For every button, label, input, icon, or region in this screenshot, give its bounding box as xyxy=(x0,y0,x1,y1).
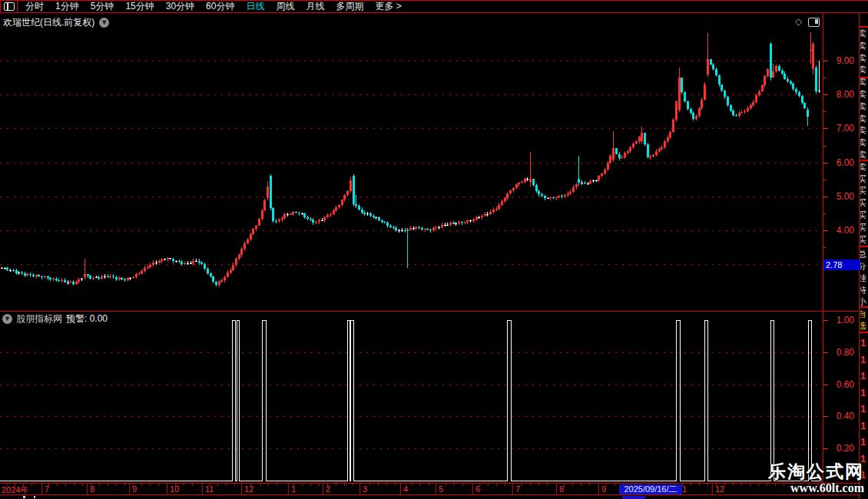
top-toolbar: 分时1分钟5分钟15分钟30分钟60分钟日线周线月线多周期更多 > xyxy=(0,0,868,13)
week-tick xyxy=(733,484,734,486)
candle-body xyxy=(515,184,518,188)
candle-body xyxy=(638,137,641,141)
candle-body xyxy=(632,144,634,147)
candle-body xyxy=(652,155,654,157)
period-tab-8[interactable]: 月线 xyxy=(306,0,324,13)
candle-body xyxy=(224,277,226,280)
candle-body xyxy=(346,191,349,195)
period-tab-9[interactable]: 多周期 xyxy=(336,0,363,13)
diamond-icon[interactable]: ◇ xyxy=(795,16,802,27)
candle-body xyxy=(798,92,800,96)
candle-body xyxy=(667,137,669,142)
candle-body xyxy=(258,219,260,226)
candle-body xyxy=(350,180,352,192)
period-tab-2[interactable]: 5分钟 xyxy=(91,0,114,13)
candle-body xyxy=(461,222,463,223)
candle-body xyxy=(335,207,337,210)
candle-body xyxy=(398,230,400,231)
candle-body xyxy=(538,191,540,194)
period-tab-1[interactable]: 1分钟 xyxy=(55,0,79,13)
month-separator xyxy=(556,484,557,494)
candle-body xyxy=(529,179,532,182)
week-tick xyxy=(446,484,446,486)
edge-glyph: 卖 xyxy=(860,137,868,149)
candle-body xyxy=(115,277,118,279)
candle-body xyxy=(323,217,326,220)
stock-title-row: 欢瑞世纪(日线.前复权) ▼ xyxy=(3,16,109,29)
indicator-chevron-icon[interactable]: ▼ xyxy=(2,314,12,324)
candle-body xyxy=(664,141,666,147)
month-label-7: 7 xyxy=(45,484,49,494)
candle-body xyxy=(641,133,643,141)
candle-body xyxy=(287,214,289,215)
period-tab-10[interactable]: 更多 > xyxy=(375,0,401,13)
candle-body xyxy=(772,71,774,78)
edge-glyph: 买 xyxy=(860,222,868,234)
candle-body xyxy=(149,265,151,267)
candle-body xyxy=(255,226,257,229)
candle-body xyxy=(135,274,137,277)
week-tick xyxy=(741,484,742,486)
week-tick xyxy=(429,484,429,486)
pane-layout-icon[interactable] xyxy=(808,18,820,27)
edge-glyph: 卖 xyxy=(860,28,868,40)
edge-glyph: 1 xyxy=(860,368,868,385)
edge-strip-watchlist: 自选 xyxy=(860,309,868,332)
panel-separator-line xyxy=(0,311,859,312)
candle-body xyxy=(498,205,500,209)
candle-body xyxy=(518,183,520,184)
chart-canvas[interactable] xyxy=(0,0,868,499)
candle-body xyxy=(569,192,571,193)
candle-body xyxy=(592,180,595,181)
page-title: 欢瑞世纪(日线.前复权) xyxy=(3,16,94,29)
candle-body xyxy=(378,217,380,220)
candle-body xyxy=(147,267,149,268)
price-label-6.00: 6.00 xyxy=(825,157,854,168)
candle-body xyxy=(4,268,6,269)
period-tab-0[interactable]: 分时 xyxy=(25,0,44,13)
candle-body xyxy=(175,261,177,262)
candle-body xyxy=(730,105,732,111)
strip-divider xyxy=(860,246,868,247)
period-tab-3[interactable]: 15分钟 xyxy=(125,0,154,13)
candle-body xyxy=(429,230,432,230)
week-tick xyxy=(707,484,708,486)
period-tab-7[interactable]: 周线 xyxy=(276,0,294,13)
candle-body xyxy=(169,258,171,259)
edge-glyph: 分 xyxy=(860,261,868,273)
candle-body xyxy=(744,111,746,112)
candle-body xyxy=(172,259,174,261)
indicator-header[interactable]: ▼ 股朋指标网 预警: 0.00 xyxy=(2,312,108,326)
chevron-down-icon[interactable]: ▼ xyxy=(99,18,109,28)
candle-body xyxy=(343,195,346,200)
candle-body xyxy=(290,214,292,215)
week-tick xyxy=(319,484,320,486)
candle-body xyxy=(595,180,598,181)
candle-body xyxy=(318,220,320,222)
period-tab-6[interactable]: 日线 xyxy=(246,0,264,13)
month-label-7: 7 xyxy=(515,484,520,494)
candle-body xyxy=(426,229,429,230)
candle-body xyxy=(504,198,506,201)
candle-body xyxy=(118,278,121,279)
period-tab-4[interactable]: 30分钟 xyxy=(166,0,194,13)
edge-glyph: 1 xyxy=(860,434,868,451)
candle-body xyxy=(278,220,280,221)
candle-body xyxy=(87,274,89,276)
current-date-badge: 2025/09/16/二 xyxy=(619,484,682,494)
candle-body xyxy=(89,276,91,278)
candle-body xyxy=(818,91,820,91)
candle-body xyxy=(549,197,552,198)
app-window: 分时1分钟5分钟15分钟30分钟60分钟日线周线月线多周期更多 > 复权叠加多股… xyxy=(0,0,868,499)
week-tick xyxy=(547,484,548,486)
bottom-fragment xyxy=(34,496,35,498)
split-view-button[interactable] xyxy=(0,1,18,12)
date-axis[interactable]: 2024年789101112123456789112 xyxy=(0,484,859,494)
candle-body xyxy=(581,183,583,183)
candle-body xyxy=(61,280,63,281)
period-tab-5[interactable]: 60分钟 xyxy=(206,0,234,13)
candle-body xyxy=(778,66,780,71)
candle-body xyxy=(698,108,701,116)
edge-glyph: 买 xyxy=(860,173,868,186)
candle-body xyxy=(475,217,478,220)
